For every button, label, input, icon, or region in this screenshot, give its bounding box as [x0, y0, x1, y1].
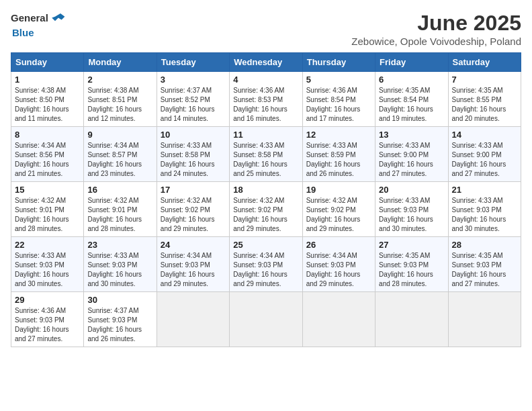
day-number: 7: [452, 75, 517, 85]
day-info: Sunrise: 4:32 AM Sunset: 9:02 PM Dayligh…: [233, 196, 298, 234]
day-info: Sunrise: 4:37 AM Sunset: 9:03 PM Dayligh…: [87, 306, 152, 344]
day-number: 4: [233, 75, 298, 85]
day-number: 21: [452, 185, 517, 195]
day-number: 22: [15, 240, 80, 250]
day-number: 13: [379, 130, 444, 140]
calendar-cell: 2Sunrise: 4:38 AM Sunset: 8:51 PM Daylig…: [84, 72, 157, 127]
col-header-friday: Friday: [375, 53, 448, 72]
day-number: 14: [452, 130, 517, 140]
day-info: Sunrise: 4:32 AM Sunset: 9:02 PM Dayligh…: [306, 196, 371, 234]
day-info: Sunrise: 4:33 AM Sunset: 8:58 PM Dayligh…: [161, 141, 226, 179]
calendar-cell: 28Sunrise: 4:35 AM Sunset: 9:03 PM Dayli…: [448, 237, 521, 292]
day-info: Sunrise: 4:33 AM Sunset: 9:03 PM Dayligh…: [15, 251, 80, 289]
calendar-cell: 24Sunrise: 4:34 AM Sunset: 9:03 PM Dayli…: [157, 237, 229, 292]
calendar-cell: 3Sunrise: 4:37 AM Sunset: 8:52 PM Daylig…: [157, 72, 229, 127]
day-number: 10: [161, 130, 226, 140]
day-number: 12: [306, 130, 371, 140]
calendar-cell: 20Sunrise: 4:33 AM Sunset: 9:03 PM Dayli…: [375, 182, 448, 237]
day-number: 2: [87, 75, 152, 85]
day-number: 23: [87, 240, 152, 250]
calendar-cell: 29Sunrise: 4:36 AM Sunset: 9:03 PM Dayli…: [11, 292, 84, 347]
calendar-cell: 21Sunrise: 4:33 AM Sunset: 9:03 PM Dayli…: [448, 182, 521, 237]
logo-blue: Blue: [12, 27, 34, 38]
col-header-thursday: Thursday: [302, 53, 375, 72]
calendar-cell: 8Sunrise: 4:34 AM Sunset: 8:56 PM Daylig…: [11, 127, 84, 182]
day-info: Sunrise: 4:33 AM Sunset: 9:03 PM Dayligh…: [87, 251, 152, 289]
day-info: Sunrise: 4:34 AM Sunset: 9:03 PM Dayligh…: [233, 251, 298, 289]
day-number: 1: [15, 75, 80, 85]
day-number: 8: [15, 130, 80, 140]
calendar-cell: 17Sunrise: 4:32 AM Sunset: 9:02 PM Dayli…: [157, 182, 229, 237]
day-info: Sunrise: 4:33 AM Sunset: 8:59 PM Dayligh…: [306, 141, 371, 179]
calendar-cell: 4Sunrise: 4:36 AM Sunset: 8:53 PM Daylig…: [230, 72, 302, 127]
calendar-cell: 16Sunrise: 4:32 AM Sunset: 9:01 PM Dayli…: [84, 182, 157, 237]
day-info: Sunrise: 4:33 AM Sunset: 9:03 PM Dayligh…: [452, 196, 517, 234]
day-number: 20: [379, 185, 444, 195]
col-header-saturday: Saturday: [448, 53, 521, 72]
calendar-week-row: 22Sunrise: 4:33 AM Sunset: 9:03 PM Dayli…: [11, 237, 521, 292]
day-info: Sunrise: 4:33 AM Sunset: 9:00 PM Dayligh…: [379, 141, 444, 179]
day-number: 24: [161, 240, 226, 250]
day-number: 26: [306, 240, 371, 250]
day-info: Sunrise: 4:32 AM Sunset: 9:02 PM Dayligh…: [161, 196, 226, 234]
calendar-cell: [230, 292, 302, 347]
day-number: 6: [379, 75, 444, 85]
calendar-cell: 12Sunrise: 4:33 AM Sunset: 8:59 PM Dayli…: [302, 127, 375, 182]
day-number: 17: [161, 185, 226, 195]
day-number: 29: [15, 295, 80, 305]
day-number: 18: [233, 185, 298, 195]
day-number: 27: [379, 240, 444, 250]
day-info: Sunrise: 4:32 AM Sunset: 9:01 PM Dayligh…: [15, 196, 80, 234]
day-info: Sunrise: 4:32 AM Sunset: 9:01 PM Dayligh…: [87, 196, 152, 234]
col-header-sunday: Sunday: [11, 53, 84, 72]
calendar-cell: 10Sunrise: 4:33 AM Sunset: 8:58 PM Dayli…: [157, 127, 229, 182]
calendar-cell: 6Sunrise: 4:35 AM Sunset: 8:54 PM Daylig…: [375, 72, 448, 127]
day-number: 30: [87, 295, 152, 305]
day-info: Sunrise: 4:36 AM Sunset: 8:53 PM Dayligh…: [233, 86, 298, 124]
day-number: 5: [306, 75, 371, 85]
day-info: Sunrise: 4:35 AM Sunset: 8:54 PM Dayligh…: [379, 86, 444, 124]
calendar-cell: 18Sunrise: 4:32 AM Sunset: 9:02 PM Dayli…: [230, 182, 302, 237]
calendar-cell: 11Sunrise: 4:33 AM Sunset: 8:58 PM Dayli…: [230, 127, 302, 182]
day-number: 9: [87, 130, 152, 140]
day-info: Sunrise: 4:38 AM Sunset: 8:51 PM Dayligh…: [87, 86, 152, 124]
day-info: Sunrise: 4:34 AM Sunset: 8:56 PM Dayligh…: [15, 141, 80, 179]
calendar-cell: 26Sunrise: 4:34 AM Sunset: 9:03 PM Dayli…: [302, 237, 375, 292]
calendar-cell: [448, 292, 521, 347]
day-info: Sunrise: 4:35 AM Sunset: 8:55 PM Dayligh…: [452, 86, 517, 124]
calendar-cell: 9Sunrise: 4:34 AM Sunset: 8:57 PM Daylig…: [84, 127, 157, 182]
day-info: Sunrise: 4:33 AM Sunset: 9:00 PM Dayligh…: [452, 141, 517, 179]
calendar-week-row: 1Sunrise: 4:38 AM Sunset: 8:50 PM Daylig…: [11, 72, 521, 127]
day-number: 25: [233, 240, 298, 250]
day-info: Sunrise: 4:35 AM Sunset: 9:03 PM Dayligh…: [452, 251, 517, 289]
col-header-wednesday: Wednesday: [230, 53, 302, 72]
calendar-header-row: SundayMondayTuesdayWednesdayThursdayFrid…: [11, 53, 521, 72]
calendar-cell: 7Sunrise: 4:35 AM Sunset: 8:55 PM Daylig…: [448, 72, 521, 127]
day-info: Sunrise: 4:36 AM Sunset: 9:03 PM Dayligh…: [15, 306, 80, 344]
header: General Blue June 2025 Zebowice, Opole V…: [11, 11, 521, 47]
calendar-cell: 1Sunrise: 4:38 AM Sunset: 8:50 PM Daylig…: [11, 72, 84, 127]
day-number: 3: [161, 75, 226, 85]
calendar-cell: 14Sunrise: 4:33 AM Sunset: 9:00 PM Dayli…: [448, 127, 521, 182]
day-info: Sunrise: 4:34 AM Sunset: 9:03 PM Dayligh…: [161, 251, 226, 289]
col-header-monday: Monday: [84, 53, 157, 72]
day-number: 15: [15, 185, 80, 195]
logo-general: General: [11, 12, 48, 24]
calendar-cell: [302, 292, 375, 347]
calendar-week-row: 15Sunrise: 4:32 AM Sunset: 9:01 PM Dayli…: [11, 182, 521, 237]
calendar-cell: 19Sunrise: 4:32 AM Sunset: 9:02 PM Dayli…: [302, 182, 375, 237]
day-info: Sunrise: 4:38 AM Sunset: 8:50 PM Dayligh…: [15, 86, 80, 124]
day-number: 28: [452, 240, 517, 250]
calendar-cell: 25Sunrise: 4:34 AM Sunset: 9:03 PM Dayli…: [230, 237, 302, 292]
day-info: Sunrise: 4:33 AM Sunset: 9:03 PM Dayligh…: [379, 196, 444, 234]
day-info: Sunrise: 4:34 AM Sunset: 8:57 PM Dayligh…: [87, 141, 152, 179]
day-number: 11: [233, 130, 298, 140]
calendar-cell: 30Sunrise: 4:37 AM Sunset: 9:03 PM Dayli…: [84, 292, 157, 347]
calendar-week-row: 29Sunrise: 4:36 AM Sunset: 9:03 PM Dayli…: [11, 292, 521, 347]
calendar-cell: 15Sunrise: 4:32 AM Sunset: 9:01 PM Dayli…: [11, 182, 84, 237]
day-info: Sunrise: 4:36 AM Sunset: 8:54 PM Dayligh…: [306, 86, 371, 124]
calendar-cell: 23Sunrise: 4:33 AM Sunset: 9:03 PM Dayli…: [84, 237, 157, 292]
calendar-table: SundayMondayTuesdayWednesdayThursdayFrid…: [11, 52, 521, 347]
calendar-cell: [375, 292, 448, 347]
day-info: Sunrise: 4:33 AM Sunset: 8:58 PM Dayligh…: [233, 141, 298, 179]
